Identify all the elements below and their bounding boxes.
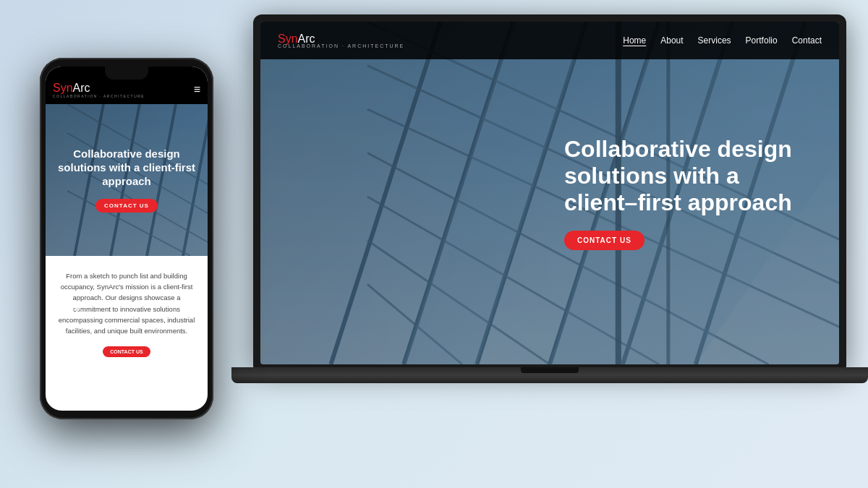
phone-hero-content: Collaborative design solutions with a cl… (57, 147, 196, 212)
site-hero: Collaborative design solutions with a cl… (260, 22, 839, 364)
hero-content: Collaborative design solutions with a cl… (564, 136, 810, 249)
svg-marker-34 (71, 300, 77, 307)
svg-marker-36 (77, 300, 84, 307)
logo-tagline: COLLABORATION · ARCHITECTURE (278, 43, 404, 48)
phone-shell: SynArc COLLABORATION · ARCHITECTURE ≡ (40, 58, 213, 419)
phone-hero-title: Collaborative design solutions with a cl… (57, 147, 196, 188)
hero-title: Collaborative design solutions with a cl… (564, 136, 810, 215)
phone-notch (105, 67, 148, 80)
phone-body-cta-button[interactable]: CONTACT US (103, 346, 150, 357)
nav-link-portfolio[interactable]: Portfolio (746, 35, 778, 46)
svg-marker-30 (77, 298, 79, 307)
phone-logo: SynArc COLLABORATION · ARCHITECTURE (53, 82, 145, 98)
svg-marker-33 (77, 306, 86, 308)
site-logo: SynArc COLLABORATION · ARCHITECTURE (278, 33, 404, 48)
phone-logo-syn: Syn (53, 82, 73, 94)
sparkle-decoration (67, 296, 88, 320)
hamburger-icon[interactable]: ≡ (194, 84, 200, 95)
hero-cta-button[interactable]: CONTACT US (564, 231, 644, 250)
svg-marker-35 (77, 307, 84, 313)
site-nav: SynArc COLLABORATION · ARCHITECTURE Home… (260, 22, 839, 59)
nav-links: Home About Services Portfolio Contact (623, 35, 822, 46)
website: Collaborative design solutions with a cl… (260, 22, 839, 364)
phone-device: SynArc COLLABORATION · ARCHITECTURE ≡ (40, 58, 213, 419)
laptop-screen: Collaborative design solutions with a cl… (260, 22, 839, 364)
laptop-body: Collaborative design solutions with a cl… (253, 14, 846, 383)
svg-marker-37 (71, 307, 77, 313)
laptop-base (231, 367, 868, 383)
nav-link-services[interactable]: Services (698, 35, 731, 46)
phone-hero-cta-button[interactable]: CONTACT US (95, 199, 158, 213)
laptop-screen-outer: Collaborative design solutions with a cl… (253, 14, 846, 369)
phone-screen: SynArc COLLABORATION · ARCHITECTURE ≡ (46, 67, 208, 411)
laptop-device: Collaborative design solutions with a cl… (253, 14, 846, 419)
nav-link-contact[interactable]: Contact (792, 35, 822, 46)
nav-link-about[interactable]: About (660, 35, 683, 46)
nav-link-home[interactable]: Home (623, 35, 646, 46)
scene: Collaborative design solutions with a cl… (0, 0, 868, 488)
svg-marker-31 (77, 307, 79, 315)
svg-marker-32 (69, 306, 77, 308)
phone-logo-arc: Arc (73, 82, 90, 94)
phone-hero: Collaborative design solutions with a cl… (46, 104, 208, 256)
phone-site: SynArc COLLABORATION · ARCHITECTURE ≡ (46, 67, 208, 411)
